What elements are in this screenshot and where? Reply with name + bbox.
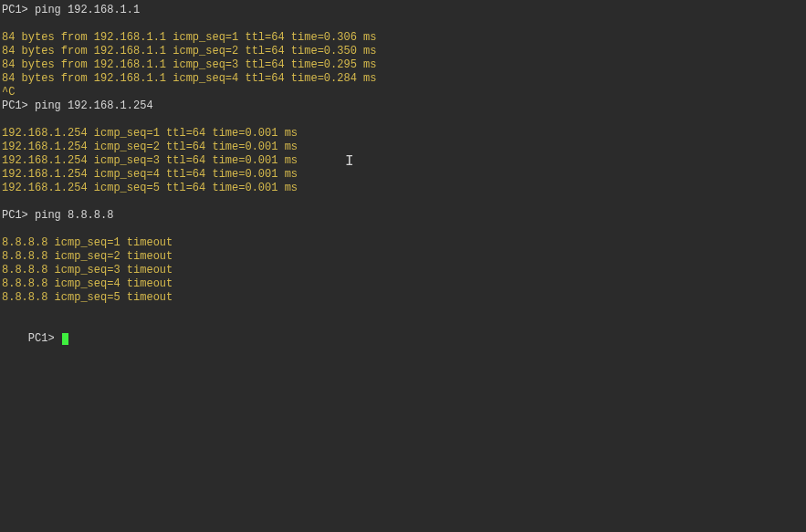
terminal-blank-line	[2, 17, 804, 31]
terminal-blank-line	[2, 305, 804, 318]
terminal-command-line: PC1> ping 192.168.1.1	[2, 4, 804, 17]
terminal-window[interactable]: PC1> ping 192.168.1.184 bytes from 192.1…	[2, 4, 804, 528]
terminal-output-line: 8.8.8.8 icmp_seq=4 timeout	[2, 277, 804, 291]
terminal-output-line: 192.168.1.254 icmp_seq=2 ttl=64 time=0.0…	[2, 141, 804, 154]
terminal-output-line: 84 bytes from 192.168.1.1 icmp_seq=4 ttl…	[2, 72, 804, 86]
terminal-output-line: 84 bytes from 192.168.1.1 icmp_seq=2 ttl…	[2, 45, 804, 58]
terminal-prompt-label: PC1>	[28, 332, 61, 345]
terminal-blank-line	[2, 223, 804, 236]
terminal-output-line: 84 bytes from 192.168.1.1 icmp_seq=1 ttl…	[2, 31, 804, 45]
terminal-output-line: 84 bytes from 192.168.1.1 icmp_seq=3 ttl…	[2, 58, 804, 72]
block-cursor-icon	[62, 333, 68, 345]
terminal-output-line: 192.168.1.254 icmp_seq=3 ttl=64 time=0.0…	[2, 154, 804, 168]
terminal-current-prompt-line[interactable]: PC1>	[2, 318, 804, 360]
terminal-output-line: 192.168.1.254 icmp_seq=4 ttl=64 time=0.0…	[2, 168, 804, 182]
terminal-output-line: 8.8.8.8 icmp_seq=1 timeout	[2, 236, 804, 250]
terminal-output-region: PC1> ping 192.168.1.184 bytes from 192.1…	[2, 4, 804, 318]
terminal-blank-line	[2, 195, 804, 209]
terminal-command-line: PC1> ping 8.8.8.8	[2, 209, 804, 223]
terminal-output-line: 8.8.8.8 icmp_seq=2 timeout	[2, 250, 804, 264]
terminal-output-line: 8.8.8.8 icmp_seq=3 timeout	[2, 264, 804, 277]
terminal-output-line: 8.8.8.8 icmp_seq=5 timeout	[2, 291, 804, 305]
terminal-output-line: ^C	[2, 86, 804, 99]
terminal-output-line: 192.168.1.254 icmp_seq=1 ttl=64 time=0.0…	[2, 127, 804, 141]
terminal-command-line: PC1> ping 192.168.1.254	[2, 99, 804, 113]
terminal-output-line: 192.168.1.254 icmp_seq=5 ttl=64 time=0.0…	[2, 182, 804, 195]
terminal-blank-line	[2, 113, 804, 127]
